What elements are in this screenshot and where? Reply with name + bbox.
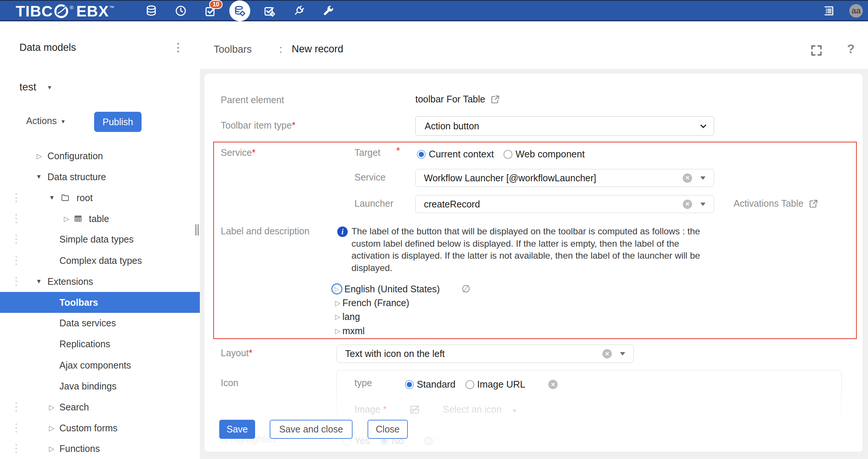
logo-swoosh-icon (53, 3, 69, 19)
administration-icon[interactable] (322, 4, 335, 17)
radio-standard[interactable] (405, 380, 414, 389)
save-and-close-button[interactable]: Save and close (270, 420, 353, 439)
expand-arrow-icon[interactable]: ▷ (335, 299, 341, 307)
drag-handle-icon[interactable] (15, 235, 17, 244)
tree-item-label: Complex data types (59, 255, 142, 266)
locale-row-english-united-states[interactable]: ▷English (United States)∅ (334, 283, 470, 295)
tree-item-table[interactable]: ▷table (0, 208, 200, 229)
drag-handle-icon[interactable] (15, 444, 17, 453)
tree-item-label: root (77, 192, 93, 203)
tree-item-complex-data-types[interactable]: Complex data types (0, 250, 200, 271)
external-link-icon[interactable] (490, 95, 500, 104)
tree-item-java-bindings[interactable]: Java bindings (0, 376, 200, 397)
clear-icon[interactable]: ✕ (548, 380, 558, 389)
tree-item-search[interactable]: ▷Search (0, 397, 200, 418)
chevron-down-icon: ▼ (47, 84, 52, 90)
radio-current-context[interactable] (417, 150, 426, 159)
locale-label: English (United States) (344, 284, 440, 295)
collapse-arrow-icon[interactable]: ▼ (49, 194, 55, 201)
tree-item-label: Search (59, 402, 89, 413)
publish-button[interactable]: Publish (94, 112, 142, 132)
expand-arrow-icon[interactable]: ▷ (335, 327, 341, 335)
clear-icon[interactable]: ✕ (602, 349, 612, 358)
logo-text: TIBC (16, 3, 53, 20)
tasks-icon[interactable]: 10 (204, 4, 217, 17)
save-button[interactable]: Save (219, 420, 255, 439)
tree-item-toolbars[interactable]: Toolbars (0, 292, 200, 313)
locale-row-mxml[interactable]: ▷mxml (334, 326, 365, 336)
help-icon[interactable]: ? (847, 42, 855, 56)
expand-arrow-icon[interactable]: ▷ (49, 403, 55, 412)
combobox-caret-icon[interactable] (620, 352, 625, 355)
focused-expand-icon[interactable]: ▷ (331, 283, 342, 295)
locale-row-french-france[interactable]: ▷French (France) (334, 298, 409, 308)
activations-table-link[interactable]: Activations Table (734, 198, 818, 209)
session-log-icon[interactable] (822, 4, 835, 17)
actions-menu[interactable]: Actions▼ (26, 115, 66, 126)
radio-image-url[interactable] (465, 380, 474, 389)
locale-row-lang[interactable]: ▷lang (334, 311, 360, 322)
item-type-select[interactable]: Action button (415, 116, 714, 136)
combobox-caret-icon[interactable] (700, 176, 706, 180)
sidebar-splitter-handle[interactable] (195, 224, 199, 235)
drag-handle-icon[interactable] (15, 193, 17, 203)
drag-handle-icon[interactable] (15, 403, 17, 412)
drag-handle-icon[interactable] (15, 277, 17, 286)
dataset-selector[interactable]: test▼ (19, 81, 52, 93)
clear-icon[interactable]: ✕ (683, 200, 692, 209)
tree-item-configuration[interactable]: ▷Configuration (0, 145, 200, 166)
clear-icon[interactable]: ✕ (683, 173, 692, 183)
broken-image-icon (409, 404, 420, 415)
tree-item-custom-forms[interactable]: ▷Custom forms (0, 418, 200, 438)
user-avatar[interactable]: aa (849, 4, 863, 18)
tree-item-data-services[interactable]: Data services (0, 312, 200, 333)
drag-handle-icon[interactable] (15, 256, 17, 265)
expand-arrow-icon[interactable]: ▷ (64, 215, 69, 223)
history-icon[interactable] (174, 4, 187, 17)
topbar-nav-icons: 10 (145, 1, 335, 21)
validation-icon[interactable] (263, 4, 276, 17)
radio-web-component[interactable] (503, 150, 512, 159)
close-button[interactable]: Close (368, 420, 408, 439)
integration-icon[interactable] (292, 4, 305, 17)
tree-item-replications[interactable]: Replications (0, 333, 200, 354)
dataset-name: test (19, 81, 36, 93)
combobox-caret-icon[interactable] (700, 203, 706, 206)
tree-item-data-structure[interactable]: ▼Data structure (0, 166, 200, 187)
expand-arrow-icon[interactable]: ▷ (49, 444, 55, 453)
tree-item-root[interactable]: ▼root (0, 187, 200, 208)
service-combobox[interactable]: Workflow Launcher [@workflowLauncher] ✕ (415, 169, 714, 187)
tree-item-ajax-components[interactable]: Ajax components (0, 355, 200, 376)
layout-combobox[interactable]: Text with icon on the left ✕ (337, 345, 634, 363)
tree-item-extensions[interactable]: ▼Extensions (0, 271, 200, 292)
radio-label-image-url[interactable]: Image URL (477, 379, 526, 390)
fullscreen-icon[interactable] (810, 44, 823, 57)
launcher-combobox[interactable]: createRecord ✕ (415, 195, 714, 213)
tree-item-functions[interactable]: ▷Functions (0, 438, 200, 459)
clear-icon[interactable]: ✕ (424, 436, 433, 446)
radio-label-standard[interactable]: Standard (417, 379, 456, 390)
expand-arrow-icon[interactable]: ▷ (49, 424, 55, 432)
drag-handle-icon[interactable] (15, 423, 17, 433)
breadcrumb-table[interactable]: Toolbars (214, 44, 252, 55)
datasets-icon[interactable] (145, 4, 158, 17)
tree-item-label: table (89, 213, 109, 224)
locale-label: mxml (342, 326, 365, 336)
collapse-arrow-icon[interactable]: ▼ (36, 278, 42, 285)
sidebar-kebab-menu-icon[interactable]: ⋮ (173, 41, 184, 54)
expand-arrow-icon[interactable]: ▷ (335, 312, 341, 321)
image-label: Image * (354, 404, 387, 415)
label-description-info-text: The label of the button that will be dis… (351, 225, 717, 274)
radio-label-current-context[interactable]: Current context (429, 149, 494, 160)
drag-handle-icon[interactable] (15, 214, 17, 224)
launcher-value: createRecord (424, 199, 683, 210)
expand-arrow-icon[interactable]: ▷ (37, 152, 42, 160)
sidebar: Data models ⋮ test▼ Actions▼ Publish ▷Co… (0, 21, 200, 459)
collapse-arrow-icon[interactable]: ▼ (36, 173, 42, 180)
target-radio-group: Current contextWeb component (417, 149, 595, 160)
tree-item-simple-data-types[interactable]: Simple data types (0, 229, 200, 250)
actions-label: Actions (26, 115, 57, 126)
radio-label-web-component[interactable]: Web component (515, 149, 585, 160)
data-models-icon[interactable] (229, 0, 250, 21)
select-icon-dropdown[interactable]: Select an icon ▼ (443, 404, 517, 415)
